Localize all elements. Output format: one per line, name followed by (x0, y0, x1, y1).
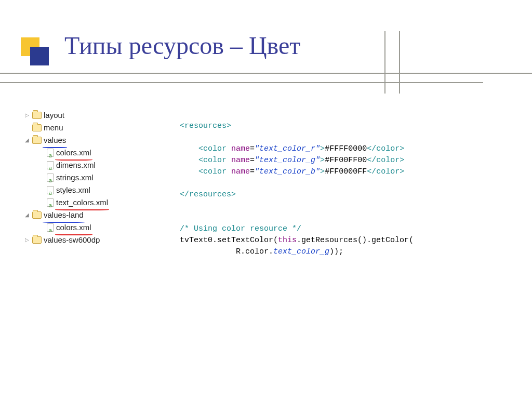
tree-item[interactable]: colors.xml (24, 221, 159, 234)
rule-vertical-2 (399, 31, 400, 94)
folder-icon (32, 236, 42, 244)
xml-file-icon (47, 174, 54, 182)
tree-item-label: values-sw600dp (44, 234, 100, 246)
tree-item-label: layout (44, 109, 64, 122)
content-area: ▷layoutmenu◢valuescolors.xmldimens.xmlst… (24, 109, 511, 269)
tree-item[interactable]: styles.xml (24, 184, 159, 196)
java-l2a: R.color. (236, 247, 273, 256)
rule-horizontal-main (0, 73, 532, 74)
tree-item[interactable]: strings.xml (24, 171, 159, 184)
tree-item-label: colors.xml (56, 147, 91, 159)
xml-file-icon (47, 186, 54, 194)
tree-item[interactable]: ◢values-land (24, 209, 159, 221)
tree-item-label: dimens.xml (56, 159, 96, 171)
code-panel: <resources> <color name="text_color_r">#… (180, 109, 414, 269)
expand-arrow-icon[interactable]: ◢ (24, 134, 30, 147)
tree-item-label: values-land (44, 209, 84, 221)
java-this: this (278, 236, 297, 245)
tree-item-label: styles.xml (56, 184, 90, 196)
expand-arrow-icon[interactable]: ◢ (24, 209, 30, 221)
xml-close-resources: </resources> (180, 190, 236, 199)
xml-file-icon (47, 161, 54, 169)
java-l2-id: text_color_g (273, 247, 329, 256)
tree-item-label: strings.xml (56, 171, 94, 184)
tree-item[interactable]: ▷values-sw600dp (24, 234, 159, 246)
tree-item[interactable]: ◢values (24, 134, 159, 147)
tree-item-label: text_colors.xml (56, 196, 108, 209)
xml-file-icon (47, 149, 54, 157)
folder-icon (32, 124, 42, 131)
rule-horizontal-sub (0, 82, 483, 83)
folder-icon (32, 112, 42, 119)
tree-item[interactable]: text_colors.xml (24, 196, 159, 209)
tree-item-label: colors.xml (56, 221, 91, 234)
xml-open-resources: <resources> (180, 122, 231, 130)
java-l2b: )); (329, 247, 343, 256)
rule-vertical-1 (384, 31, 385, 94)
folder-icon (32, 137, 42, 144)
expand-arrow-icon[interactable]: ▷ (24, 234, 30, 246)
java-l1b: .getResources().getColor( (297, 236, 414, 245)
slide-title: Типы ресурсов – Цвет (64, 31, 300, 60)
xml-file-icon (47, 198, 54, 207)
expand-arrow-icon[interactable]: ▷ (24, 109, 30, 122)
java-comment: /* Using color resource */ (180, 224, 301, 233)
tree-item[interactable]: colors.xml (24, 147, 159, 159)
tree-item-label: menu (44, 122, 63, 134)
tree-item[interactable]: menu (24, 122, 159, 134)
title-block: Типы ресурсов – Цвет (0, 31, 532, 94)
tree-item-label: values (44, 134, 66, 147)
java-l1a: tvText0.setTextColor( (180, 236, 278, 245)
xml-color-lines: <color name="text_color_r">#FFFF0000</co… (180, 144, 404, 176)
folder-icon (32, 211, 42, 219)
decor-square-blue (30, 47, 49, 65)
xml-file-icon (47, 223, 54, 232)
tree-item[interactable]: dimens.xml (24, 159, 159, 171)
project-tree: ▷layoutmenu◢valuescolors.xmldimens.xmlst… (24, 109, 159, 269)
tree-item[interactable]: ▷layout (24, 109, 159, 122)
